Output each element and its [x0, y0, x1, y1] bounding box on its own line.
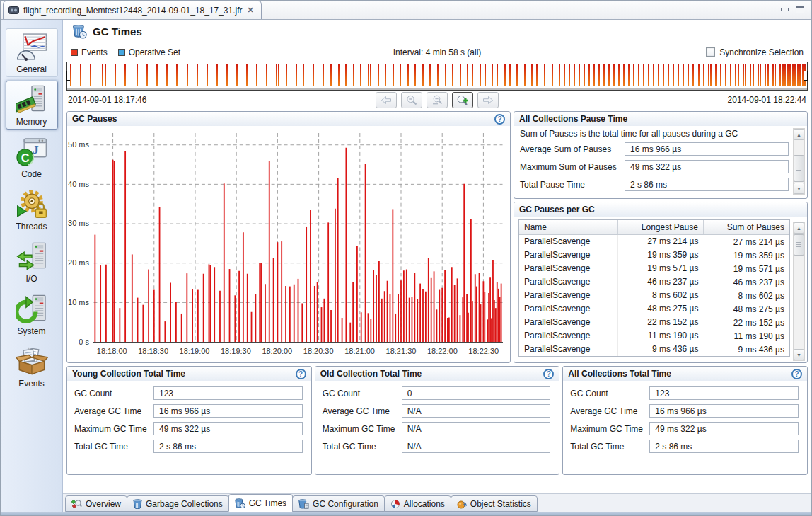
minimize-view-icon[interactable]	[781, 8, 789, 11]
sidebar-item-label: Events	[18, 379, 45, 389]
table-row[interactable]: ParallelScavenge48 ms 275 µs48 ms 275 µs	[519, 302, 789, 316]
general-icon	[16, 33, 48, 62]
field-value[interactable]: 2 s 86 ms	[153, 440, 303, 453]
scroll-down-icon[interactable]: ▼	[794, 183, 804, 194]
editor-tabbar: flight_recording_Memtest12448_2014-09-01…	[1, 1, 811, 20]
sidebar-item-label: Memory	[16, 117, 47, 127]
code-icon: J C	[16, 137, 48, 167]
tab-label: GC Configuration	[313, 499, 378, 509]
gc-pauses-header: GC Pauses ?	[67, 112, 510, 126]
scroll-up-icon[interactable]: ▲	[794, 222, 804, 234]
young-collection-body: GC Count123 Average GC Time16 ms 966 µs …	[67, 381, 311, 459]
gc-configuration-icon	[298, 499, 309, 509]
content-area: General	[1, 20, 811, 512]
help-icon[interactable]: ?	[494, 114, 505, 125]
event-timeline[interactable]	[66, 62, 808, 91]
sidebar-item-system[interactable]: System	[6, 290, 58, 339]
io-icon	[16, 242, 48, 272]
scrollbar[interactable]: ▲ ▼	[793, 222, 805, 361]
field-value[interactable]: N/A	[402, 404, 551, 418]
column-header-name[interactable]: Name	[519, 220, 618, 234]
tab-gc-configuration[interactable]: GC Configuration	[292, 495, 385, 512]
table-row[interactable]: ParallelScavenge22 ms 152 µs22 ms 152 µs	[519, 316, 789, 329]
sidebar-item-general[interactable]: General	[6, 28, 58, 77]
sidebar-item-label: I/O	[25, 274, 37, 284]
table-row[interactable]: ParallelScavenge19 ms 359 µs19 ms 359 µs	[519, 248, 789, 262]
tab-object-statistics[interactable]: Object Statistics	[451, 495, 538, 512]
column-header-sum-of-pauses[interactable]: Sum of Pauses	[704, 220, 789, 234]
sidebar-item-events[interactable]: Events	[6, 343, 58, 391]
field-value[interactable]: 16 ms 966 µs	[153, 404, 303, 418]
zoom-in-button[interactable]	[452, 92, 473, 108]
field-value[interactable]: 2 s 86 ms	[649, 440, 799, 453]
scroll-thumb[interactable]	[794, 234, 804, 256]
zoom-in-icon	[456, 95, 469, 106]
table-row[interactable]: ParallelScavenge9 ms 436 µs9 ms 436 µs	[519, 343, 789, 356]
events-icon	[16, 347, 48, 377]
selection-handle-right[interactable]	[804, 71, 808, 81]
synchronize-selection[interactable]: Synchronize Selection	[706, 47, 804, 57]
synchronize-checkbox[interactable]	[706, 47, 715, 57]
tab-garbage-collections[interactable]: Garbage Collections	[127, 495, 229, 512]
help-icon[interactable]: ?	[543, 369, 554, 379]
table-row[interactable]: ParallelScavenge46 ms 237 µs46 ms 237 µs	[519, 275, 789, 289]
old-collection-body: GC Count0 Average GC TimeN/A Maximum GC …	[315, 381, 559, 459]
sidebar-item-memory[interactable]: Memory	[6, 81, 58, 130]
table-cell: 8 ms 602 µs	[704, 291, 790, 301]
back-icon	[381, 96, 392, 105]
field-value[interactable]: 123	[153, 386, 303, 400]
table-cell: ParallelScavenge	[519, 262, 618, 275]
editor-tab-title: flight_recording_Memtest12448_2014-09-01…	[23, 6, 243, 16]
tab-gc-times[interactable]: GC Times	[228, 494, 293, 512]
field-value[interactable]: 0	[402, 386, 551, 400]
sidebar-item-io[interactable]: I/O	[6, 238, 58, 287]
field-value[interactable]: 49 ms 322 µs	[625, 160, 789, 173]
table-row[interactable]: ParallelScavenge11 ms 190 µs11 ms 190 µs	[519, 329, 789, 343]
scrollbar[interactable]: ▲ ▼	[793, 128, 805, 195]
young-collection-title: Young Collection Total Time	[72, 369, 185, 379]
scroll-up-icon[interactable]: ▲	[794, 129, 804, 140]
tab-allocations[interactable]: Allocations	[384, 495, 451, 512]
sidebar-item-threads[interactable]: Threads	[6, 185, 58, 234]
field-label: Maximum GC Time	[74, 424, 153, 434]
back-button[interactable]	[376, 92, 397, 108]
zoom-out-button[interactable]	[401, 92, 422, 108]
sidebar-item-code[interactable]: J C Code	[6, 133, 58, 182]
column-header-longest-pause[interactable]: Longest Pause	[618, 220, 704, 234]
scroll-down-icon[interactable]: ▼	[794, 349, 804, 360]
table-cell: 11 ms 190 µs	[704, 331, 790, 341]
scroll-thumb[interactable]	[794, 155, 804, 182]
field-value[interactable]: 49 ms 322 µs	[153, 422, 303, 435]
zoom-selection-button[interactable]	[427, 92, 448, 108]
table-row[interactable]: ParallelScavenge19 ms 571 µs19 ms 571 µs	[519, 262, 789, 275]
maximize-view-icon[interactable]	[796, 6, 804, 13]
pauses-per-gc-title: GC Pauses per GC	[519, 205, 595, 214]
field-value[interactable]: 123	[649, 386, 799, 400]
field-value[interactable]: N/A	[402, 422, 551, 435]
chart-plot-area	[93, 133, 503, 343]
selection-handle-left[interactable]	[66, 71, 70, 81]
table-row[interactable]: ParallelScavenge27 ms 214 µs27 ms 214 µs	[519, 235, 789, 248]
right-column: All Collections Pause Time Sum of Pauses…	[514, 111, 808, 363]
table-cell: 46 ms 237 µs	[704, 277, 790, 287]
gc-pauses-title: GC Pauses	[72, 114, 117, 124]
tab-overview[interactable]: Overview	[65, 495, 127, 512]
field-value[interactable]: 16 ms 966 µs	[649, 404, 799, 418]
table-row[interactable]: ParallelScavenge8 ms 602 µs8 ms 602 µs	[519, 289, 789, 302]
sidebar-item-label: Code	[21, 169, 42, 179]
field-value[interactable]: N/A	[402, 440, 551, 453]
field-value[interactable]: 16 ms 966 µs	[625, 142, 789, 156]
help-icon[interactable]: ?	[296, 369, 306, 379]
panel-old-collection-total-time: Old Collection Total Time ? GC Count0 Av…	[315, 366, 560, 475]
gc-pauses-chart[interactable]: 50 ms40 ms30 ms20 ms10 ms0 s 18:18:0018:…	[67, 126, 510, 362]
tab-close-icon[interactable]: ✕	[247, 6, 255, 15]
field-value[interactable]: 49 ms 322 µs	[649, 422, 799, 435]
editor-tab-flight-recording[interactable]: flight_recording_Memtest12448_2014-09-01…	[3, 1, 262, 19]
forward-button[interactable]	[477, 92, 499, 108]
field-value[interactable]: 2 s 86 ms	[625, 178, 789, 191]
help-icon[interactable]: ?	[791, 369, 802, 379]
table-cell: 19 ms 359 µs	[704, 251, 790, 260]
svg-text:J: J	[33, 142, 39, 156]
table-cell: 19 ms 359 µs	[618, 248, 704, 262]
pause-time-title: All Collections Pause Time	[519, 114, 627, 124]
